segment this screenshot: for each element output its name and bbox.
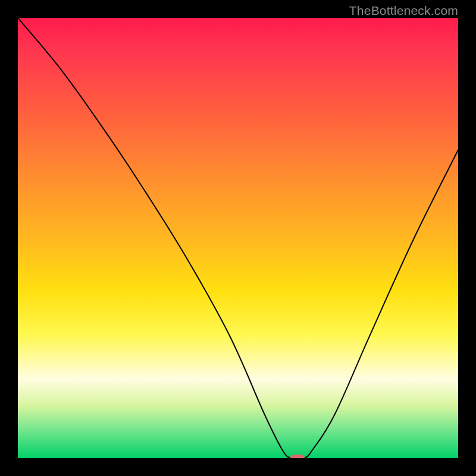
curve-path <box>18 18 458 458</box>
chart-frame: TheBottleneck.com <box>0 0 476 476</box>
bottleneck-curve <box>18 18 458 458</box>
optimal-marker <box>290 455 305 458</box>
watermark-text: TheBottleneck.com <box>349 4 458 18</box>
plot-area <box>18 18 458 458</box>
